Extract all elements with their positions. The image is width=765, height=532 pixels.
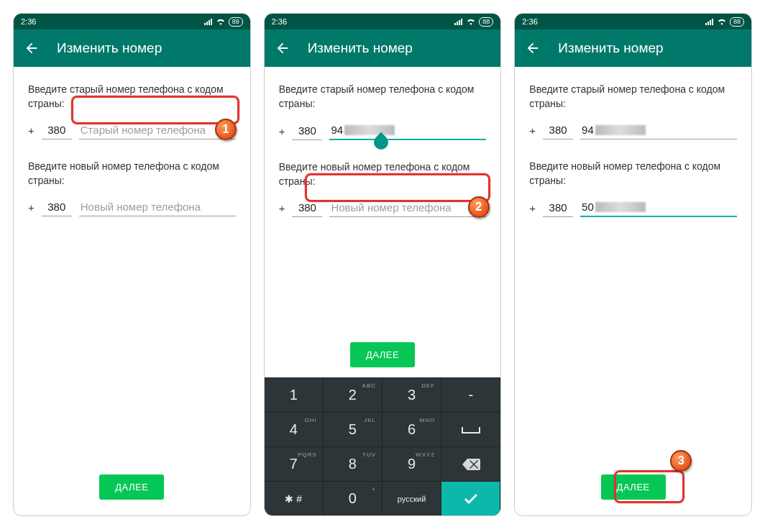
old-number-input[interactable]: 94 [580, 121, 737, 139]
plus-sign: + [279, 125, 285, 140]
signal-icon [204, 18, 213, 25]
key-6[interactable]: 6MNO [382, 412, 441, 446]
back-icon[interactable] [24, 40, 40, 56]
old-number-redacted [344, 125, 395, 135]
app-bar: Изменить номер [515, 29, 751, 67]
new-number-input[interactable] [329, 198, 486, 217]
key-9[interactable]: 9WXYZ [382, 446, 441, 481]
app-bar: Изменить номер [14, 29, 250, 67]
new-number-row: + 50 [529, 198, 737, 217]
old-number-row: + 94 [279, 121, 487, 140]
country-code-input-old[interactable] [543, 121, 573, 139]
page-title: Изменить номер [308, 40, 413, 56]
annotation-badge-1: 1 [215, 119, 237, 140]
key-0[interactable]: 0+ [324, 481, 382, 515]
country-code-input-new[interactable] [543, 198, 573, 217]
plus-sign: + [529, 202, 536, 217]
old-number-prompt: Введите старый номер телефона с кодом ст… [529, 83, 737, 111]
new-number-redacted [595, 202, 646, 212]
old-number-input[interactable] [79, 121, 236, 139]
signal-icon [454, 18, 463, 25]
new-number-row: + [28, 198, 236, 216]
battery-indicator: 89 [229, 17, 243, 27]
plus-sign: + [28, 124, 35, 139]
next-button[interactable]: ДАЛЕЕ [601, 474, 666, 500]
plus-sign: + [279, 202, 285, 217]
wifi-icon [216, 18, 226, 25]
old-number-row: + 94 [529, 121, 737, 139]
page-title: Изменить номер [558, 40, 663, 56]
old-number-row: + [28, 121, 236, 139]
key-symbols[interactable]: ✱ # [265, 481, 324, 515]
key-dash[interactable]: - [441, 377, 500, 412]
key-space[interactable] [441, 412, 500, 446]
new-number-input[interactable] [79, 198, 236, 216]
status-bar: 2:36 89 [14, 14, 250, 29]
key-language[interactable]: русский [382, 481, 441, 515]
key-3[interactable]: 3DEF [382, 377, 441, 412]
status-bar: 2:36 88 [515, 14, 751, 29]
next-button[interactable]: ДАЛЕЕ [350, 342, 415, 367]
status-bar: 2:36 88 [265, 14, 501, 29]
new-number-prefix: 50 [582, 201, 594, 213]
status-time: 2:36 [21, 17, 36, 26]
key-enter[interactable] [441, 481, 500, 515]
phone-screen-3: 2:36 88 Изменить номер Введите старый но… [514, 13, 752, 516]
plus-sign: + [28, 201, 35, 216]
wifi-icon [717, 18, 727, 25]
old-number-prefix: 94 [331, 124, 343, 136]
key-1[interactable]: 1 [265, 377, 324, 412]
app-bar: Изменить номер [265, 29, 501, 67]
key-4[interactable]: 4GHI [265, 412, 324, 446]
key-2[interactable]: 2ABC [324, 377, 382, 412]
old-number-prompt: Введите старый номер телефона с кодом ст… [279, 83, 487, 111]
text-cursor-handle[interactable] [371, 132, 391, 152]
page-title: Изменить номер [57, 40, 162, 56]
new-number-prompt: Введите новый номер телефона с кодом стр… [28, 160, 236, 188]
country-code-input-old[interactable] [42, 121, 72, 139]
old-number-redacted [595, 125, 646, 135]
battery-indicator: 88 [479, 17, 493, 27]
plus-sign: + [529, 124, 536, 139]
new-number-prompt: Введите новый номер телефона с кодом стр… [279, 160, 487, 188]
phone-screen-2: 2:36 88 Изменить номер Введите старый но… [264, 13, 502, 516]
new-number-input[interactable]: 50 [580, 198, 737, 217]
status-time: 2:36 [272, 17, 287, 26]
country-code-input-old[interactable] [292, 121, 322, 140]
country-code-input-new[interactable] [292, 198, 322, 217]
old-number-input[interactable]: 94 [329, 121, 486, 140]
battery-indicator: 88 [730, 17, 744, 27]
new-number-row: + [279, 198, 487, 217]
back-icon[interactable] [275, 40, 290, 56]
annotation-badge-2: 2 [468, 196, 490, 218]
country-code-input-new[interactable] [42, 198, 72, 216]
old-number-prefix: 94 [582, 124, 594, 136]
status-time: 2:36 [522, 17, 537, 26]
next-button[interactable]: ДАЛЕЕ [99, 474, 164, 500]
signal-icon [705, 18, 714, 25]
back-icon[interactable] [525, 40, 541, 56]
key-5[interactable]: 5JKL [324, 412, 382, 446]
numeric-keyboard: 1 2ABC 3DEF - 4GHI 5JKL 6MNO 7PQRS 8TUV … [265, 377, 501, 515]
phone-screen-1: 2:36 89 Изменить номер Введите старый но… [13, 13, 251, 516]
new-number-prompt: Введите новый номер телефона с кодом стр… [529, 160, 737, 188]
key-7[interactable]: 7PQRS [265, 446, 324, 481]
old-number-prompt: Введите старый номер телефона с кодом ст… [28, 83, 236, 111]
key-backspace[interactable] [441, 446, 500, 481]
key-8[interactable]: 8TUV [324, 446, 382, 481]
wifi-icon [466, 18, 476, 25]
